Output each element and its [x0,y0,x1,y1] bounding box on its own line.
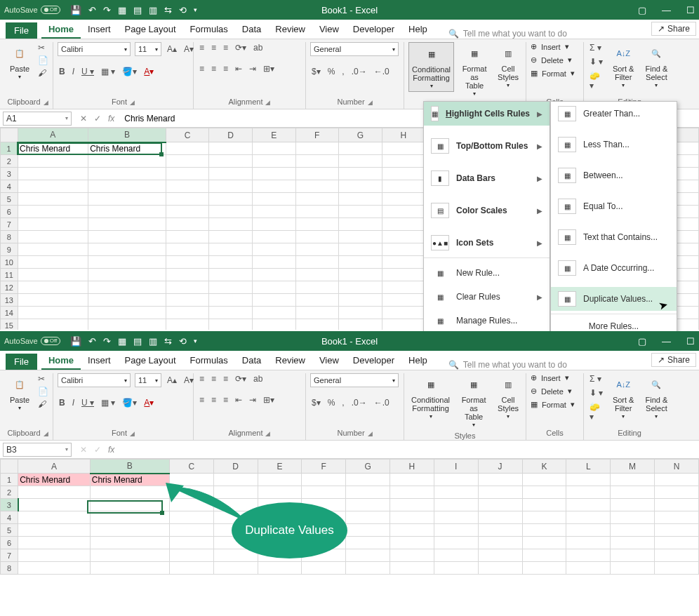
paste-button[interactable]: 📋Paste▾ [7,373,32,413]
tell-me-search[interactable]: 🔍 Tell me what you want to do [448,360,567,370]
find-select-button[interactable]: 🔍 Find & Select▾ [642,42,671,91]
tab-help[interactable]: Help [401,352,434,370]
menu-highlight-cells-rules[interactable]: ▦ Highlight Cells Rules ▶ [424,102,550,126]
submenu-date-occurring[interactable]: ▦A Date Occurring... [551,256,677,280]
save-icon[interactable]: 💾 [70,336,81,347]
qat-icon[interactable]: ▦ [118,5,126,15]
cell-styles-button[interactable]: ▥Cell Styles▾ [495,373,521,422]
qat-icon[interactable]: ▤ [133,336,142,347]
submenu-equal-to[interactable]: ▦Equal To... [551,194,677,218]
undo-icon[interactable]: ↶ [88,336,96,347]
increase-decimal-icon[interactable]: .0→ [350,66,368,77]
align-left-icon[interactable]: ≡ [198,63,206,74]
fill-color-button[interactable]: 🪣▾ [121,66,138,77]
share-button[interactable]: ↗Share [651,353,696,367]
cut-icon[interactable]: ✂ [36,373,50,384]
autosave-toggle[interactable]: AutoSave Off [4,337,60,345]
merge-center-icon[interactable]: ⊞▾ [262,63,276,74]
cancel-icon[interactable]: ✕ [80,445,87,455]
format-cells-button[interactable]: ▦Format ▾ [531,69,575,78]
menu-new-rule[interactable]: ▦ New Rule... [424,261,550,285]
maximize-icon[interactable]: ☐ [686,336,695,347]
select-all-corner[interactable] [1,128,18,142]
bold-button[interactable]: B [58,66,67,77]
format-as-table-button[interactable]: ▦ Format as Table▾ [458,42,491,99]
delete-cells-button[interactable]: ⊖Delete ▾ [531,55,572,65]
fill-icon[interactable]: ⬇ ▾ [588,56,605,67]
column-header[interactable]: E [252,128,295,142]
name-box[interactable]: A1▾ [3,112,72,126]
insert-cells-button[interactable]: ⊕Insert ▾ [531,373,569,382]
format-painter-icon[interactable]: 🖌 [36,67,50,79]
qat-icon[interactable]: ▥ [149,336,157,347]
decrease-decimal-icon[interactable]: ←.0 [373,66,391,77]
font-color-button[interactable]: A▾ [142,66,155,77]
column-header[interactable]: F [295,128,339,142]
ribbon-options-icon[interactable]: ▢ [638,5,646,15]
tab-formulas[interactable]: Formulas [183,21,235,39]
row-header[interactable]: 1 [1,142,18,155]
percent-icon[interactable]: % [326,66,337,77]
cell-styles-button[interactable]: ▥ Cell Styles▾ [495,42,521,91]
delete-cells-button[interactable]: ⊖Delete ▾ [531,387,572,396]
tab-view[interactable]: View [312,352,346,370]
minimize-icon[interactable]: — [662,336,671,347]
tab-file[interactable]: File [6,22,37,39]
copy-icon[interactable]: 📄 [36,55,50,66]
share-button[interactable]: ↗ Share [651,22,696,36]
tab-home[interactable]: Home [41,21,81,39]
column-header[interactable]: B [88,128,166,142]
submenu-text-contains[interactable]: ▦Text that Contains... [551,225,677,249]
align-middle-icon[interactable]: ≡ [210,42,218,53]
border-button[interactable]: ▦ ▾ [100,66,116,77]
minimize-icon[interactable]: — [662,5,671,15]
formula-input[interactable] [120,442,699,457]
align-top-icon[interactable]: ≡ [198,42,206,53]
name-box[interactable]: B3▾ [3,443,72,457]
number-format-select[interactable]: General▾ [310,373,399,387]
tab-data[interactable]: Data [235,352,268,370]
italic-button[interactable]: I [71,66,76,77]
align-bottom-icon[interactable]: ≡ [222,42,229,53]
copy-icon[interactable]: 📄 [36,386,50,397]
qat-icon[interactable]: ⟲ [179,336,187,347]
font-size-select[interactable]: 11▾ [135,42,161,56]
column-header[interactable]: D [209,128,253,142]
qat-icon[interactable]: ▦ [118,336,126,347]
insert-cells-button[interactable]: ⊕Insert ▾ [531,42,569,51]
cut-icon[interactable]: ✂ [36,42,50,53]
format-cells-button[interactable]: ▦Format ▾ [531,400,575,409]
align-right-icon[interactable]: ≡ [222,63,229,74]
save-icon[interactable]: 💾 [70,5,81,15]
align-center-icon[interactable]: ≡ [210,63,218,74]
column-header[interactable]: C [166,128,209,142]
orientation-icon[interactable]: ⟳▾ [234,42,248,53]
cell[interactable]: Chris Menard [88,142,166,155]
format-painter-icon[interactable]: 🖌 [36,399,50,410]
tab-file[interactable]: File [6,354,37,370]
sort-filter-button[interactable]: A↓Z Sort & Filter▾ [609,42,638,91]
underline-button[interactable]: U ▾ [80,397,95,408]
ribbon-options-icon[interactable]: ▢ [638,336,646,347]
format-as-table-button[interactable]: ▦Format as Table▾ [457,373,491,430]
qat-icon[interactable]: ⟲ [179,5,187,15]
paste-button[interactable]: 📋 Paste ▾ [7,42,32,82]
sort-filter-button[interactable]: A↓ZSort & Filter▾ [609,373,638,422]
column-header[interactable]: G [339,128,382,142]
column-header[interactable]: H [382,128,425,142]
tab-help[interactable]: Help [401,21,434,39]
font-size-select[interactable]: 11▾ [135,373,161,387]
font-name-select[interactable]: Calibri▾ [58,373,131,387]
menu-icon-sets[interactable]: ●▲■ Icon Sets ▶ [424,231,550,255]
menu-data-bars[interactable]: ▮ Data Bars ▶ [424,166,550,190]
underline-button[interactable]: U ▾ [80,66,95,77]
font-name-select[interactable]: Calibri▾ [58,42,131,56]
comma-icon[interactable]: , [340,66,345,77]
worksheet-grid[interactable]: A B C D E F G H I J K L M N 1 Chris Mena… [0,459,699,578]
submenu-less-than[interactable]: ▦Less Than... [551,133,677,156]
tab-developer[interactable]: Developer [346,352,401,370]
tab-data[interactable]: Data [235,21,268,39]
font-color-button[interactable]: A▾ [142,397,155,408]
qat-icon[interactable]: ▥ [149,5,157,15]
enter-icon[interactable]: ✓ [94,114,101,123]
